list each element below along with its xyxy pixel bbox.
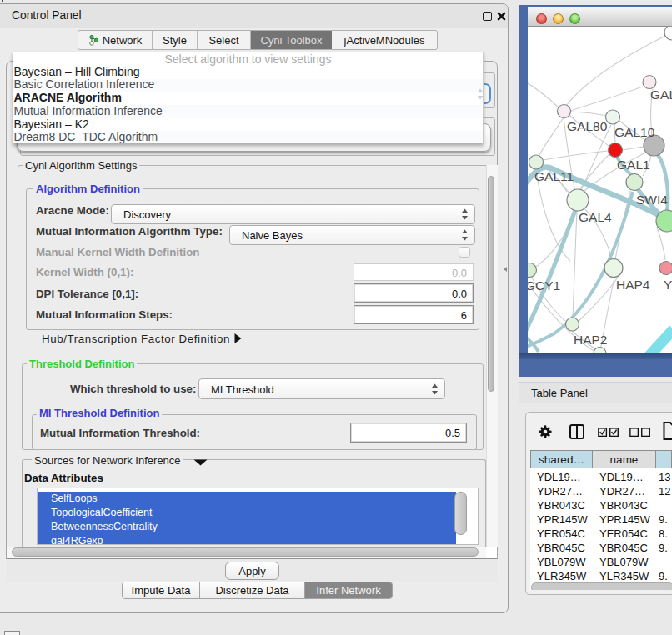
svg-text:GAL2: GAL2 [650,88,672,102]
svg-text:GAL1: GAL1 [617,158,650,172]
svg-text:GAL11: GAL11 [534,169,574,183]
svg-text:HAP4: HAP4 [616,278,650,292]
svg-text:GAL80: GAL80 [567,119,608,133]
svg-text:GCY1: GCY1 [528,278,560,292]
svg-text:GAL4: GAL4 [579,210,612,224]
svg-text:HAP2: HAP2 [574,332,608,347]
svg-text:GAL10: GAL10 [614,125,655,139]
svg-text:SWI4: SWI4 [636,192,668,207]
svg-text:Y: Y [664,278,672,292]
